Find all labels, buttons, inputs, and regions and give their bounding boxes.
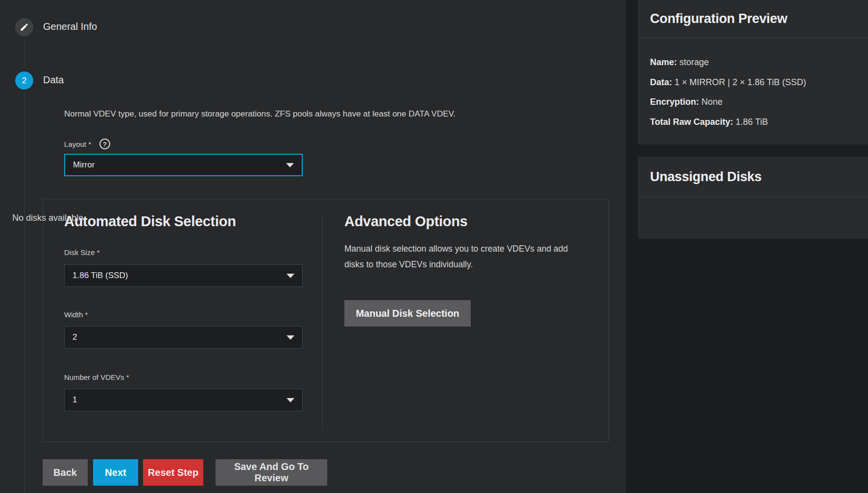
step-general-info-indicator[interactable] <box>15 18 33 36</box>
step-general-info-label[interactable]: General Info <box>43 21 97 32</box>
layout-field-label: Layout * <box>64 140 91 148</box>
number-of-vdevs-label: Number of VDEVs * <box>64 373 129 381</box>
preview-item-encryption: Encryption: None <box>650 92 806 112</box>
disk-size-select-value: 1.86 TiB (SSD) <box>72 271 287 281</box>
number-of-vdevs-select[interactable]: 1 <box>64 389 303 411</box>
reset-step-button[interactable]: Reset Step <box>143 459 203 486</box>
back-button[interactable]: Back <box>43 459 88 486</box>
layout-select-value: Mirror <box>73 160 286 170</box>
panel-column-divider <box>322 214 323 428</box>
unassigned-disks-title: Unassigned Disks <box>650 169 762 185</box>
configuration-preview-header: Configuration Preview <box>638 0 868 38</box>
save-and-go-to-review-button[interactable]: Save And Go To Review <box>216 459 327 486</box>
unassigned-disks-header: Unassigned Disks <box>638 157 868 197</box>
preview-item-total-raw-capacity: Total Raw Capacity: 1.86 TiB <box>650 112 806 132</box>
width-label: Width * <box>64 310 88 319</box>
chevron-down-icon <box>287 274 294 278</box>
advanced-options-title: Advanced Options <box>344 213 467 230</box>
disk-size-select[interactable]: 1.86 TiB (SSD) <box>64 264 303 287</box>
configuration-preview-card: Configuration Preview Name: storage Data… <box>638 0 868 144</box>
preview-item-name: Name: storage <box>650 52 806 72</box>
preview-item-data: Data: 1 × MIRROR | 2 × 1.86 TiB (SSD) <box>650 72 806 93</box>
disk-size-label-row: Disk Size * <box>64 248 100 257</box>
wizard-main-area: General Info 2 Data Normal VDEV type, us… <box>0 0 626 493</box>
stepper-connector-line-below <box>24 93 24 493</box>
no-disks-available-text: No disks available. <box>12 213 86 223</box>
chevron-down-icon <box>287 335 294 340</box>
width-select-value: 2 <box>72 332 287 342</box>
pool-creation-wizard: General Info 2 Data Normal VDEV type, us… <box>0 0 868 493</box>
chevron-down-icon <box>286 163 294 167</box>
automated-disk-selection-title: Automated Disk Selection <box>64 213 236 230</box>
configuration-preview-title: Configuration Preview <box>650 11 787 26</box>
configuration-preview-items: Name: storage Data: 1 × MIRROR | 2 × 1.8… <box>650 52 806 132</box>
chevron-down-icon <box>287 398 294 402</box>
data-vdev-description: Normal VDEV type, used for primary stora… <box>64 108 505 120</box>
number-of-vdevs-select-value: 1 <box>72 395 287 405</box>
help-icon[interactable]: ? <box>99 139 110 149</box>
manual-disk-selection-button[interactable]: Manual Disk Selection <box>344 300 471 327</box>
stepper-connector-line <box>24 39 24 69</box>
step-data-number: 2 <box>22 76 26 86</box>
next-button[interactable]: Next <box>93 459 138 486</box>
disk-size-label: Disk Size * <box>64 248 100 257</box>
width-label-row: Width * <box>64 310 88 319</box>
step-data-indicator[interactable]: 2 <box>15 71 33 90</box>
advanced-options-description: Manual disk selection allows you to crea… <box>344 241 589 272</box>
number-of-vdevs-label-row: Number of VDEVs * <box>64 373 129 381</box>
width-select[interactable]: 2 <box>64 326 303 349</box>
pencil-edit-icon <box>20 23 29 32</box>
layout-field-label-row: Layout * ? <box>64 139 110 149</box>
unassigned-disks-card: Unassigned Disks <box>638 157 868 239</box>
step-data-label[interactable]: Data <box>43 74 64 86</box>
layout-select[interactable]: Mirror <box>64 154 303 176</box>
